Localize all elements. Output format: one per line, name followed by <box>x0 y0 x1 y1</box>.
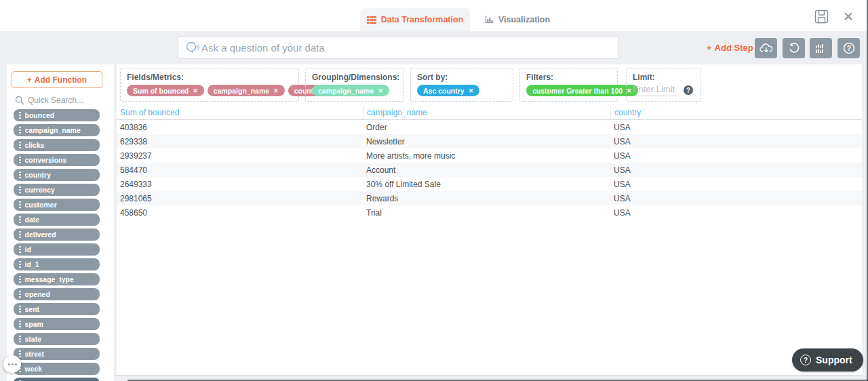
tab-visualization[interactable]: Visualization <box>473 8 562 31</box>
field-pill-label: campaign_name <box>25 126 81 134</box>
title-bar: Data Transformation Visualization ✕ <box>0 0 868 31</box>
field-pill-label: date <box>25 216 40 224</box>
table-cell: 629338 <box>117 137 363 146</box>
limit-input[interactable] <box>633 84 677 96</box>
drag-handle-icon <box>19 157 21 164</box>
table-cell: USA <box>610 151 862 161</box>
field-pill[interactable]: week <box>14 363 100 375</box>
fields-metrics-dropzone[interactable]: Fields/Metrics: Sum of bounced✕campaign_… <box>120 68 299 102</box>
field-pill[interactable]: sent <box>14 303 100 315</box>
close-button[interactable]: ✕ <box>840 8 856 24</box>
more-options-button[interactable] <box>3 355 21 373</box>
chip-label: customer Greater than 100 <box>532 87 623 95</box>
field-pill[interactable]: currency <box>14 184 100 196</box>
drag-handle-icon <box>19 336 21 343</box>
field-pill[interactable]: street <box>14 348 100 360</box>
pipeline-chip[interactable]: Sum of bounced✕ <box>127 85 204 96</box>
cloud-download-icon <box>760 43 773 54</box>
drag-handle-icon <box>19 246 21 254</box>
filters-dropzone[interactable]: Filters: customer Greater than 100✕ <box>519 68 618 102</box>
limit-box[interactable]: Limit: ? <box>626 68 701 102</box>
drag-handle-icon <box>19 127 21 134</box>
drag-handle-icon <box>19 142 21 149</box>
field-pill[interactable]: clicks <box>14 139 100 151</box>
pipeline-chip[interactable]: customer Greater than 100✕ <box>526 85 638 96</box>
field-pill[interactable]: campaign_name <box>14 124 100 136</box>
remove-chip-icon[interactable]: ✕ <box>378 87 383 94</box>
add-function-button[interactable]: + Add Function <box>12 71 102 88</box>
help-button[interactable]: ? <box>837 38 860 58</box>
bar-chart-icon <box>485 16 494 24</box>
field-pill[interactable]: conversions <box>14 154 100 166</box>
drag-handle-icon <box>19 112 21 119</box>
tab-label: Visualization <box>498 15 550 24</box>
drag-handle-icon <box>19 216 21 224</box>
drag-handle-icon <box>19 231 21 239</box>
chip-label: Asc country <box>423 87 465 95</box>
pipeline-chip[interactable]: Asc country✕ <box>417 85 479 96</box>
limit-help-icon[interactable]: ? <box>684 85 693 95</box>
tab-data-transformation[interactable]: Data Transformation <box>360 8 470 31</box>
save-button[interactable] <box>813 8 829 24</box>
sort-chips: Asc country✕ <box>411 82 513 96</box>
question-input[interactable] <box>201 42 618 54</box>
field-pill[interactable]: message_type <box>14 273 100 285</box>
chip-label: Sum of bounced <box>133 87 189 95</box>
field-pill[interactable]: customer <box>14 199 100 211</box>
support-help-icon: ? <box>800 355 811 365</box>
field-pill[interactable]: id_1 <box>14 258 100 270</box>
stats-button[interactable] <box>810 38 832 58</box>
add-step-button[interactable]: + Add Step <box>707 42 753 54</box>
voice-query-icon <box>184 39 201 56</box>
plus-icon: + <box>27 75 32 85</box>
fields-metrics-label: Fields/Metrics: <box>121 68 298 82</box>
reset-button[interactable] <box>783 38 805 58</box>
add-function-label: Add Function <box>35 75 87 85</box>
field-pill-label: currency <box>25 186 55 194</box>
field-pill[interactable]: id <box>14 243 100 256</box>
ask-question-box[interactable] <box>178 36 618 59</box>
table-cell: USA <box>610 208 862 218</box>
svg-text:?: ? <box>846 45 850 52</box>
export-download-button[interactable] <box>755 38 777 58</box>
column-header[interactable]: Sum of bounced <box>117 106 363 119</box>
quick-search-input[interactable] <box>28 96 99 105</box>
field-pill[interactable]: state <box>14 333 100 345</box>
remove-chip-icon[interactable]: ✕ <box>273 87 279 94</box>
field-pill[interactable]: bounced <box>14 109 100 121</box>
limit-label: Limit: <box>627 68 701 82</box>
table-cell: 2981065 <box>117 194 363 203</box>
tab-label: Data Transformation <box>381 15 464 24</box>
data-transformation-panel: Fields/Metrics: Sum of bounced✕campaign_… <box>117 64 862 376</box>
quick-search[interactable] <box>15 94 106 106</box>
field-pill[interactable]: country <box>14 169 100 181</box>
field-pill-label: week <box>25 365 43 373</box>
support-button[interactable]: ? Support <box>792 348 863 372</box>
field-pill[interactable]: opened <box>14 288 100 300</box>
table-row: 584470AccountUSA <box>117 163 862 177</box>
field-pill[interactable]: spam <box>14 318 100 330</box>
undo-rotate-icon <box>788 42 800 54</box>
grouping-dimensions-dropzone[interactable]: Grouping/Dimensions: campaign_name✕ <box>305 68 404 102</box>
sort-by-dropzone[interactable]: Sort by: Asc country✕ <box>410 68 513 102</box>
support-label: Support <box>816 355 852 365</box>
drag-handle-icon <box>19 186 21 194</box>
remove-chip-icon[interactable]: ✕ <box>193 87 198 94</box>
pipeline-chip[interactable]: campaign_name✕ <box>208 85 285 96</box>
table-row: 264933330% off Limited SaleUSA <box>117 177 862 191</box>
fields-metrics-chips: Sum of bounced✕campaign_name✕country✕ <box>121 82 298 96</box>
field-pill[interactable]: date <box>14 214 100 226</box>
table-row: 629338NewsletterUSA <box>117 134 862 148</box>
column-header[interactable]: country <box>610 106 862 119</box>
column-header[interactable]: campaign_name <box>363 106 610 119</box>
stats-bars-icon <box>815 43 827 54</box>
field-pill[interactable]: All <box>14 378 100 381</box>
table-cell: Trial <box>363 208 610 218</box>
remove-chip-icon[interactable]: ✕ <box>469 87 474 94</box>
chip-label: campaign_name <box>214 87 269 95</box>
drag-handle-icon <box>19 291 21 298</box>
pipeline-chip[interactable]: campaign_name✕ <box>312 85 389 96</box>
field-pill-label: clicks <box>25 141 45 149</box>
field-pill[interactable]: delivered <box>14 228 100 241</box>
table-cell: Newsletter <box>363 137 610 146</box>
